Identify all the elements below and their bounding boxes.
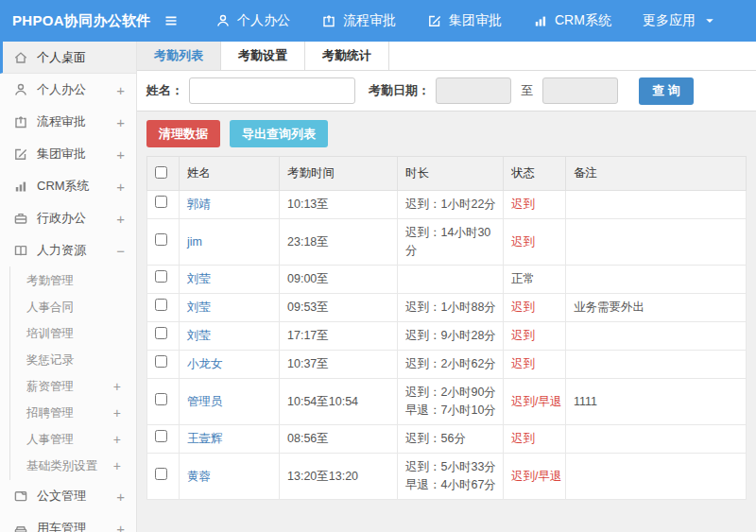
row-checkbox[interactable]: [155, 270, 167, 283]
sidebar-item-label: 人力资源: [37, 242, 116, 259]
sidebar-item-用车管理[interactable]: 用车管理+: [0, 512, 136, 532]
sidebar-subitem-薪资管理[interactable]: 薪资管理+: [10, 373, 136, 400]
note-cell: [566, 351, 747, 379]
expand-icon[interactable]: +: [113, 380, 121, 393]
user-icon: [215, 13, 231, 28]
employee-name-link[interactable]: 王壹辉: [187, 432, 223, 445]
employee-name-link[interactable]: jim: [187, 235, 202, 249]
sidebar-item-label: 个人桌面: [37, 49, 125, 66]
sidebar-item-集团审批[interactable]: 集团审批+: [0, 138, 136, 170]
row-checkbox-cell: [147, 425, 180, 454]
sidebar-item-label: 个人办公: [37, 81, 116, 98]
sidebar-subitem-招聘管理[interactable]: 招聘管理+: [10, 400, 136, 426]
sidebar-subitem-考勤管理[interactable]: 考勤管理: [10, 267, 136, 294]
nav-item-chart[interactable]: CRM系统: [533, 12, 611, 29]
export-list-button[interactable]: 导出查询列表: [230, 120, 328, 147]
row-checkbox[interactable]: [155, 196, 167, 208]
date-from-input[interactable]: [436, 77, 511, 104]
expand-icon[interactable]: +: [116, 147, 125, 162]
sidebar-item-label: 集团审批: [37, 146, 116, 163]
row-checkbox-cell: [147, 219, 180, 266]
date-filter-label: 考勤日期：: [369, 82, 430, 99]
row-checkbox-cell: [147, 191, 180, 219]
sidebar-item-个人办公[interactable]: 个人办公+: [0, 74, 136, 106]
sidebar-item-人力资源[interactable]: 人力资源−: [0, 234, 136, 266]
name-cell: 小龙女: [180, 351, 280, 379]
table-header-row: 姓名考勤时间时长状态备注: [147, 157, 747, 191]
collapse-icon[interactable]: −: [116, 244, 125, 258]
employee-name-link[interactable]: 黄蓉: [187, 470, 211, 483]
employee-name-link[interactable]: 刘莹: [187, 329, 211, 342]
search-button[interactable]: 查 询: [639, 77, 694, 105]
sidebar-subitem-奖惩记录[interactable]: 奖惩记录: [10, 347, 136, 373]
duration-cell: 迟到：2小时90分早退：7小时10分: [398, 379, 504, 425]
edit-icon: [13, 146, 28, 162]
name-filter-input[interactable]: [189, 77, 355, 104]
sidebar-item-公文管理[interactable]: 公文管理+: [0, 480, 136, 512]
row-checkbox[interactable]: [155, 327, 167, 339]
employee-name-link[interactable]: 小龙女: [187, 357, 223, 370]
row-checkbox[interactable]: [155, 233, 167, 246]
briefcase-icon: [13, 211, 28, 226]
sidebar-subitem-label: 基础类别设置: [26, 458, 113, 474]
select-all-checkbox[interactable]: [155, 166, 167, 179]
status-cell: 正常: [504, 266, 566, 294]
employee-name-link[interactable]: 郭靖: [187, 197, 211, 211]
clear-data-button[interactable]: 清理数据: [146, 120, 220, 147]
employee-name-link[interactable]: 管理员: [187, 395, 223, 408]
book-icon: [13, 243, 28, 258]
sidebar-item-行政办公[interactable]: 行政办公+: [0, 202, 136, 234]
employee-name-link[interactable]: 刘莹: [187, 272, 211, 285]
main-content: 考勤列表考勤设置考勤统计 姓名： 考勤日期： 至 查 询 清理数据 导出查询列表: [137, 42, 756, 532]
sidebar-item-label: CRM系统: [37, 178, 116, 195]
row-checkbox[interactable]: [155, 430, 167, 442]
note-cell: [566, 425, 747, 454]
expand-icon[interactable]: +: [116, 489, 125, 504]
nav-item-user[interactable]: 个人办公: [215, 12, 290, 29]
row-checkbox[interactable]: [155, 393, 167, 405]
table-row: 刘莹09:53至迟到：1小时88分迟到业务需要外出: [147, 294, 747, 322]
date-to-input[interactable]: [542, 77, 618, 104]
tab-考勤设置[interactable]: 考勤设置: [221, 42, 305, 70]
nav-item-process[interactable]: 流程审批: [321, 12, 396, 29]
process-icon: [321, 13, 336, 28]
sidebar-item-CRM系统[interactable]: CRM系统+: [0, 170, 136, 202]
row-checkbox[interactable]: [155, 299, 167, 311]
user-icon: [13, 82, 28, 97]
expand-icon[interactable]: +: [113, 433, 121, 446]
expand-icon[interactable]: +: [116, 83, 125, 97]
sidebar-subitem-培训管理[interactable]: 培训管理: [10, 320, 136, 347]
status-cell: 迟到: [504, 294, 566, 322]
tab-考勤列表[interactable]: 考勤列表: [137, 42, 221, 70]
sidebar-subitem-人事管理[interactable]: 人事管理+: [10, 426, 136, 453]
employee-name-link[interactable]: 刘莹: [187, 300, 211, 314]
time-cell: 17:17至: [280, 322, 398, 351]
table-row: 黄蓉13:20至13:20迟到：5小时33分早退：4小时67分迟到/早退: [147, 454, 747, 500]
column-header-备注: 备注: [566, 157, 747, 191]
sidebar-item-流程审批[interactable]: 流程审批+: [0, 106, 136, 138]
expand-icon[interactable]: +: [116, 115, 125, 129]
nav-item-caret[interactable]: 更多应用: [643, 12, 717, 29]
sidebar-subitem-基础类别设置[interactable]: 基础类别设置+: [10, 453, 136, 479]
expand-icon[interactable]: +: [116, 522, 125, 532]
status-cell: 迟到: [504, 351, 566, 379]
tab-考勤统计[interactable]: 考勤统计: [305, 42, 389, 70]
expand-icon[interactable]: +: [116, 212, 125, 226]
car-icon: [13, 521, 28, 532]
table-row: 刘莹17:17至迟到：9小时28分迟到: [147, 322, 747, 351]
sidebar-item-个人桌面[interactable]: 个人桌面: [0, 42, 136, 74]
action-row: 清理数据 导出查询列表: [146, 120, 747, 147]
expand-icon[interactable]: +: [116, 180, 125, 194]
duration-line: 迟到：14小时30分: [405, 226, 490, 257]
row-checkbox[interactable]: [155, 355, 167, 368]
status-cell: 迟到/早退: [504, 379, 566, 425]
row-checkbox[interactable]: [155, 468, 167, 480]
sidebar-subitem-人事合同[interactable]: 人事合同: [10, 294, 136, 320]
nav-item-label: 更多应用: [643, 12, 696, 29]
nav-item-edit[interactable]: 集团审批: [427, 12, 502, 29]
filter-bar: 姓名： 考勤日期： 至 查 询: [137, 71, 756, 112]
hamburger-menu-icon[interactable]: [142, 13, 200, 28]
time-cell: 13:20至13:20: [280, 454, 398, 500]
expand-icon[interactable]: +: [113, 406, 121, 420]
expand-icon[interactable]: +: [113, 459, 121, 472]
